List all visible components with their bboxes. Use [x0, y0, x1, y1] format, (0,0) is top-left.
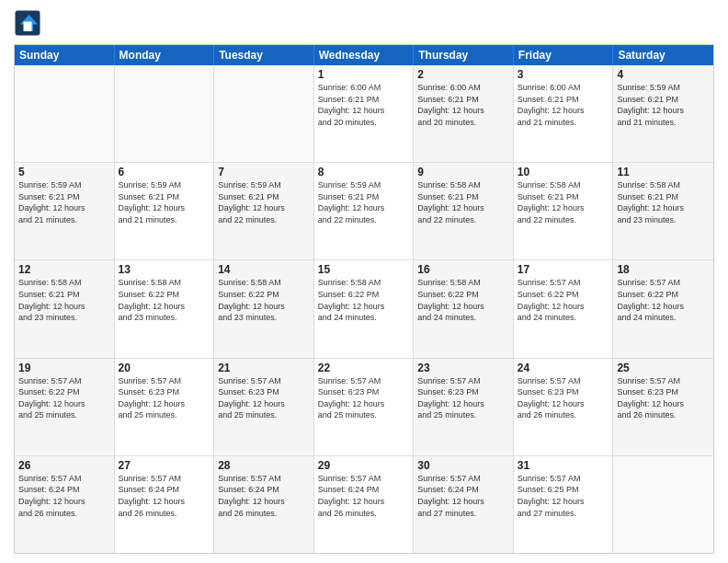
header-day-friday: Friday — [514, 45, 614, 65]
day-number: 2 — [417, 68, 509, 81]
week-row-1: 1Sunrise: 6:00 AM Sunset: 6:21 PM Daylig… — [15, 65, 713, 163]
day-number: 24 — [518, 362, 609, 374]
day-cell-3: 3Sunrise: 6:00 AM Sunset: 6:21 PM Daylig… — [514, 65, 614, 162]
day-number: 22 — [318, 362, 410, 374]
day-info: Sunrise: 5:57 AM Sunset: 6:24 PM Dayligh… — [218, 473, 310, 519]
day-info: Sunrise: 5:57 AM Sunset: 6:23 PM Dayligh… — [318, 375, 410, 421]
day-cell-16: 16Sunrise: 5:58 AM Sunset: 6:22 PM Dayli… — [414, 260, 514, 357]
day-info: Sunrise: 5:58 AM Sunset: 6:22 PM Dayligh… — [119, 277, 210, 323]
week-row-4: 19Sunrise: 5:57 AM Sunset: 6:22 PM Dayli… — [15, 359, 713, 456]
day-cell-12: 12Sunrise: 5:58 AM Sunset: 6:21 PM Dayli… — [15, 260, 115, 357]
day-cell-26: 26Sunrise: 5:57 AM Sunset: 6:24 PM Dayli… — [15, 456, 115, 553]
day-number: 19 — [18, 362, 110, 374]
day-cell-25: 25Sunrise: 5:57 AM Sunset: 6:23 PM Dayli… — [613, 359, 713, 455]
day-cell-22: 22Sunrise: 5:57 AM Sunset: 6:23 PM Dayli… — [314, 359, 415, 455]
day-cell-23: 23Sunrise: 5:57 AM Sunset: 6:23 PM Dayli… — [414, 359, 514, 455]
day-cell-5: 5Sunrise: 5:59 AM Sunset: 6:21 PM Daylig… — [15, 163, 115, 259]
week-row-3: 12Sunrise: 5:58 AM Sunset: 6:21 PM Dayli… — [15, 260, 713, 358]
day-number: 12 — [18, 263, 110, 276]
day-info: Sunrise: 5:58 AM Sunset: 6:21 PM Dayligh… — [518, 179, 609, 225]
day-info: Sunrise: 6:00 AM Sunset: 6:21 PM Dayligh… — [417, 82, 509, 128]
day-info: Sunrise: 5:58 AM Sunset: 6:21 PM Dayligh… — [417, 179, 509, 225]
day-info: Sunrise: 5:59 AM Sunset: 6:21 PM Dayligh… — [119, 179, 210, 225]
week-row-5: 26Sunrise: 5:57 AM Sunset: 6:24 PM Dayli… — [15, 456, 713, 553]
day-number: 20 — [119, 362, 210, 374]
day-number: 4 — [617, 68, 710, 81]
header-day-monday: Monday — [115, 45, 215, 65]
day-number: 17 — [518, 263, 609, 276]
day-number: 27 — [119, 459, 210, 472]
day-info: Sunrise: 5:58 AM Sunset: 6:21 PM Dayligh… — [18, 277, 110, 323]
day-cell-2: 2Sunrise: 6:00 AM Sunset: 6:21 PM Daylig… — [414, 65, 514, 162]
day-number: 26 — [18, 459, 110, 472]
day-cell-6: 6Sunrise: 5:59 AM Sunset: 6:21 PM Daylig… — [115, 163, 215, 259]
day-number: 13 — [119, 263, 210, 276]
day-info: Sunrise: 5:58 AM Sunset: 6:22 PM Dayligh… — [417, 277, 509, 323]
day-cell-19: 19Sunrise: 5:57 AM Sunset: 6:22 PM Dayli… — [15, 359, 115, 455]
day-info: Sunrise: 5:59 AM Sunset: 6:21 PM Dayligh… — [18, 179, 110, 225]
day-number: 1 — [318, 68, 410, 81]
header-day-thursday: Thursday — [414, 45, 514, 65]
day-info: Sunrise: 5:57 AM Sunset: 6:23 PM Dayligh… — [119, 375, 210, 421]
day-cell-14: 14Sunrise: 5:58 AM Sunset: 6:22 PM Dayli… — [214, 260, 314, 357]
day-info: Sunrise: 6:00 AM Sunset: 6:21 PM Dayligh… — [518, 82, 609, 128]
svg-rect-2 — [24, 22, 32, 32]
day-number: 15 — [318, 263, 410, 276]
day-cell-10: 10Sunrise: 5:58 AM Sunset: 6:21 PM Dayli… — [514, 163, 614, 259]
day-cell-4: 4Sunrise: 5:59 AM Sunset: 6:21 PM Daylig… — [613, 65, 713, 162]
week-row-2: 5Sunrise: 5:59 AM Sunset: 6:21 PM Daylig… — [15, 163, 713, 260]
day-cell-20: 20Sunrise: 5:57 AM Sunset: 6:23 PM Dayli… — [115, 359, 215, 455]
day-info: Sunrise: 5:57 AM Sunset: 6:24 PM Dayligh… — [119, 473, 210, 519]
day-info: Sunrise: 5:58 AM Sunset: 6:21 PM Dayligh… — [617, 179, 710, 225]
day-info: Sunrise: 5:59 AM Sunset: 6:21 PM Dayligh… — [617, 82, 710, 128]
day-number: 3 — [518, 68, 609, 81]
day-cell-30: 30Sunrise: 5:57 AM Sunset: 6:24 PM Dayli… — [414, 456, 514, 553]
empty-cell — [613, 456, 713, 553]
day-cell-7: 7Sunrise: 5:59 AM Sunset: 6:21 PM Daylig… — [214, 163, 314, 259]
day-cell-15: 15Sunrise: 5:58 AM Sunset: 6:22 PM Dayli… — [314, 260, 415, 357]
day-number: 16 — [417, 263, 509, 276]
header-day-wednesday: Wednesday — [314, 45, 415, 65]
day-info: Sunrise: 5:57 AM Sunset: 6:23 PM Dayligh… — [417, 375, 509, 421]
day-number: 7 — [218, 166, 310, 178]
day-cell-29: 29Sunrise: 5:57 AM Sunset: 6:24 PM Dayli… — [314, 456, 415, 553]
header-day-saturday: Saturday — [613, 45, 713, 65]
day-info: Sunrise: 5:57 AM Sunset: 6:23 PM Dayligh… — [617, 375, 710, 421]
day-number: 23 — [417, 362, 509, 374]
day-number: 9 — [417, 166, 509, 178]
header-day-tuesday: Tuesday — [214, 45, 314, 65]
day-info: Sunrise: 5:57 AM Sunset: 6:23 PM Dayligh… — [218, 375, 310, 421]
day-cell-1: 1Sunrise: 6:00 AM Sunset: 6:21 PM Daylig… — [314, 65, 415, 162]
day-info: Sunrise: 5:57 AM Sunset: 6:24 PM Dayligh… — [18, 473, 110, 519]
day-number: 14 — [218, 263, 310, 276]
day-cell-11: 11Sunrise: 5:58 AM Sunset: 6:21 PM Dayli… — [613, 163, 713, 259]
day-cell-18: 18Sunrise: 5:57 AM Sunset: 6:22 PM Dayli… — [613, 260, 713, 357]
day-cell-9: 9Sunrise: 5:58 AM Sunset: 6:21 PM Daylig… — [414, 163, 514, 259]
day-number: 28 — [218, 459, 310, 472]
header-day-sunday: Sunday — [15, 45, 115, 65]
day-info: Sunrise: 5:57 AM Sunset: 6:24 PM Dayligh… — [318, 473, 410, 519]
day-number: 29 — [318, 459, 410, 472]
calendar: SundayMondayTuesdayWednesdayThursdayFrid… — [14, 44, 714, 554]
day-info: Sunrise: 5:59 AM Sunset: 6:21 PM Dayligh… — [318, 179, 410, 225]
day-info: Sunrise: 6:00 AM Sunset: 6:21 PM Dayligh… — [318, 82, 410, 128]
day-info: Sunrise: 5:57 AM Sunset: 6:24 PM Dayligh… — [417, 473, 509, 519]
day-number: 18 — [617, 263, 710, 276]
day-info: Sunrise: 5:57 AM Sunset: 6:22 PM Dayligh… — [617, 277, 710, 323]
day-info: Sunrise: 5:57 AM Sunset: 6:22 PM Dayligh… — [18, 375, 110, 421]
day-info: Sunrise: 5:57 AM Sunset: 6:23 PM Dayligh… — [518, 375, 609, 421]
day-number: 31 — [518, 459, 609, 472]
day-number: 5 — [18, 166, 110, 178]
day-number: 11 — [617, 166, 710, 178]
empty-cell — [15, 65, 115, 162]
empty-cell — [115, 65, 215, 162]
day-number: 30 — [417, 459, 509, 472]
day-info: Sunrise: 5:58 AM Sunset: 6:22 PM Dayligh… — [218, 277, 310, 323]
header — [14, 9, 714, 37]
day-cell-31: 31Sunrise: 5:57 AM Sunset: 6:25 PM Dayli… — [514, 456, 614, 553]
logo — [14, 9, 45, 37]
day-cell-24: 24Sunrise: 5:57 AM Sunset: 6:23 PM Dayli… — [514, 359, 614, 455]
day-info: Sunrise: 5:57 AM Sunset: 6:22 PM Dayligh… — [518, 277, 609, 323]
day-cell-17: 17Sunrise: 5:57 AM Sunset: 6:22 PM Dayli… — [514, 260, 614, 357]
day-number: 8 — [318, 166, 410, 178]
